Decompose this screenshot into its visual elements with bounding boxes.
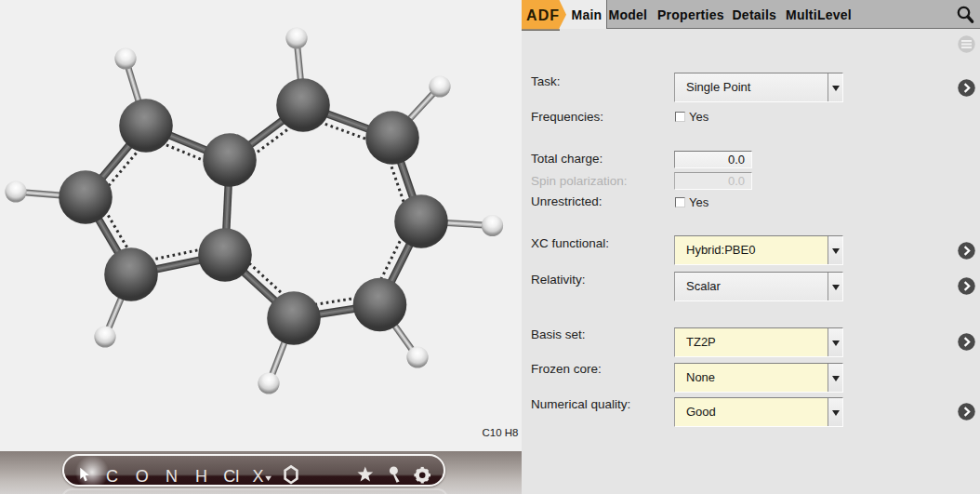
svg-text:O: O: [136, 467, 149, 486]
svg-text:Cl: Cl: [223, 467, 239, 486]
svg-text:ADF: ADF: [526, 7, 560, 23]
svg-text:C: C: [106, 467, 118, 486]
svg-text:H: H: [195, 467, 207, 486]
svg-text:N: N: [166, 467, 178, 486]
svg-text:X: X: [252, 467, 263, 486]
